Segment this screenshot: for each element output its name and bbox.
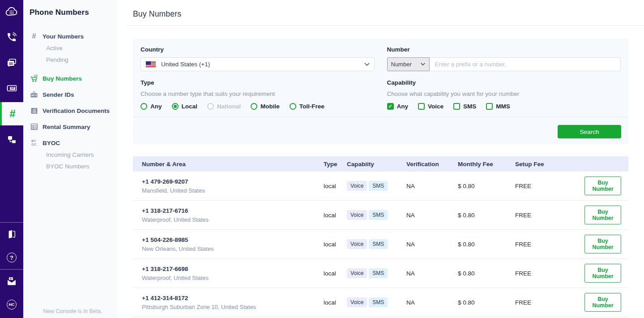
capability-checkbox-any[interactable]: ✓ Any xyxy=(387,103,409,110)
type-radio-toll-free[interactable]: Toll-Free xyxy=(290,103,324,110)
number-type: local xyxy=(324,183,347,189)
number-type: local xyxy=(324,270,347,277)
us-flag-icon xyxy=(145,61,156,68)
cart-123-icon: 123 xyxy=(30,74,38,83)
hash-icon: # xyxy=(30,33,38,40)
col-monthly-fee: Monthly Fee xyxy=(458,161,515,168)
radio-disabled-icon xyxy=(207,103,214,110)
checkbox-icon xyxy=(453,103,460,110)
area-name: Waterproof, United States xyxy=(142,275,324,281)
table-row: +1 318-217-6716 Waterproof, United State… xyxy=(133,201,628,230)
radio-icon xyxy=(141,103,147,110)
number-type: local xyxy=(324,299,347,306)
checkbox-icon xyxy=(486,103,493,110)
table-row: +1 412-314-8172 Pittsburgh Suburban Zone… xyxy=(133,288,628,317)
verification-value: NA xyxy=(406,241,458,248)
area-name: Pittsburgh Suburban Zone 10, United Stat… xyxy=(142,304,324,310)
verification-value: NA xyxy=(406,212,458,219)
network-icon[interactable] xyxy=(0,128,23,151)
area-name: Waterproof, United States xyxy=(142,216,324,223)
phone-number: +1 412-314-8172 xyxy=(142,295,324,301)
chevron-down-icon xyxy=(364,63,370,66)
type-options: Any Local National Mobile xyxy=(141,103,375,117)
help-center-icon[interactable]: HC xyxy=(0,293,23,316)
voice-badge: Voice xyxy=(347,297,367,307)
billing-icon[interactable]: $= xyxy=(0,270,23,293)
number-type: local xyxy=(324,212,347,219)
sidebar-nav: # Your Numbers Active Pending 123 Buy Nu… xyxy=(30,30,117,172)
type-radio-mobile[interactable]: Mobile xyxy=(251,103,280,110)
type-radio-national: National xyxy=(207,103,241,110)
logo-cloud-dialpad-icon[interactable] xyxy=(0,0,23,23)
svg-text:123: 123 xyxy=(34,75,37,77)
sidebar-item-byoc[interactable]: BYOC BYOC xyxy=(30,137,117,149)
sidebar-item-incoming-carriers[interactable]: Incoming Carriers xyxy=(30,149,117,160)
svg-text:$=: $= xyxy=(10,277,13,280)
sidebar-item-sender-ids[interactable]: AB·12 Sender IDs xyxy=(30,89,117,100)
buy-number-button[interactable]: Buy Number xyxy=(584,293,621,312)
buy-number-button[interactable]: Buy Number xyxy=(584,264,621,283)
capability-checkbox-mms[interactable]: MMS xyxy=(486,103,510,110)
results-table: Number & Area Type Capabiity Verificatio… xyxy=(133,156,628,318)
verification-value: NA xyxy=(406,299,458,306)
col-type: Type xyxy=(324,161,347,168)
phone-number: +1 504-226-8985 xyxy=(142,236,324,243)
country-select[interactable]: United States (+1) xyxy=(141,57,375,71)
buy-number-button[interactable]: Buy Number xyxy=(584,176,621,195)
phone-number: +1 318-217-6716 xyxy=(142,207,324,214)
title-divider xyxy=(127,25,644,26)
type-radio-local[interactable]: Local xyxy=(172,103,197,110)
buy-number-button[interactable]: Buy Number xyxy=(584,206,621,224)
messaging-icon[interactable] xyxy=(0,51,23,74)
sms-badge: SMS xyxy=(369,297,388,307)
number-type: local xyxy=(324,241,347,248)
sidebar-item-pending[interactable]: Pending xyxy=(30,54,117,65)
sidebar-item-your-numbers[interactable]: # Your Numbers xyxy=(30,30,117,42)
sidebar-item-active[interactable]: Active xyxy=(30,42,117,54)
country-label: Country xyxy=(141,46,375,53)
capability-hint: Choose what capability you want for your… xyxy=(387,90,621,97)
area-name: Mansfield, United States xyxy=(142,187,324,194)
phone-number: +1 479-269-9207 xyxy=(142,178,324,185)
type-label: Type xyxy=(141,79,375,86)
chevron-down-icon xyxy=(420,63,426,66)
checkbox-checked-icon: ✓ xyxy=(387,103,394,110)
search-button[interactable]: Search xyxy=(558,125,621,138)
docs-icon[interactable] xyxy=(0,223,23,246)
capability-checkbox-voice[interactable]: Voice xyxy=(418,103,444,110)
sms-badge: SMS xyxy=(369,239,388,249)
setup-fee-value: FREE xyxy=(515,241,584,248)
setup-fee-value: FREE xyxy=(515,183,584,189)
calls-icon[interactable] xyxy=(0,26,23,49)
main-content: Buy Numbers Country United States (+1) T… xyxy=(117,0,644,318)
capability-options: ✓ Any Voice SMS MMS xyxy=(387,103,621,117)
sip-trunking-icon[interactable]: SIP xyxy=(0,77,23,100)
radio-checked-icon xyxy=(172,103,179,110)
hash-icon: # xyxy=(9,108,15,119)
sidebar-title: Phone Numbers xyxy=(30,8,117,17)
capability-label: Capability xyxy=(387,79,621,86)
page-title: Buy Numbers xyxy=(133,0,635,19)
search-panel: Country United States (+1) Type Choose a… xyxy=(133,39,628,144)
table-row: +1 479-269-9207 Mansfield, United States… xyxy=(133,172,628,201)
monthly-fee-value: $ 0.80 xyxy=(458,270,515,277)
help-icon[interactable]: ? xyxy=(0,246,23,269)
sidebar-item-byoc-numbers[interactable]: BYOC Numbers xyxy=(30,160,117,172)
number-prefix-input[interactable] xyxy=(430,57,621,71)
table-row: +1 504-226-8985 New Orleans, United Stat… xyxy=(133,230,628,259)
capability-checkbox-sms[interactable]: SMS xyxy=(453,103,476,110)
phone-numbers-rail-icon[interactable]: # xyxy=(0,102,23,125)
buy-number-button[interactable]: Buy Number xyxy=(584,235,621,254)
sidebar-item-rental-summary[interactable]: Rental Summary xyxy=(30,121,117,133)
phone-numbers-sidebar: Phone Numbers # Your Numbers Active Pend… xyxy=(23,0,117,318)
sidebar-item-verification-documents[interactable]: 123 Verification Documents xyxy=(30,105,117,116)
id-card-icon: AB·12 xyxy=(30,91,38,99)
type-radio-any[interactable]: Any xyxy=(141,103,162,110)
table-header-row: Number & Area Type Capabiity Verificatio… xyxy=(133,156,628,172)
sidebar-item-buy-numbers[interactable]: 123 Buy Numbers xyxy=(30,73,117,84)
number-label: Number xyxy=(387,46,621,53)
number-mode-select[interactable]: Number xyxy=(387,57,430,71)
monthly-fee-value: $ 0.80 xyxy=(458,241,515,248)
voice-badge: Voice xyxy=(347,181,367,191)
monthly-fee-value: $ 0.80 xyxy=(458,299,515,306)
